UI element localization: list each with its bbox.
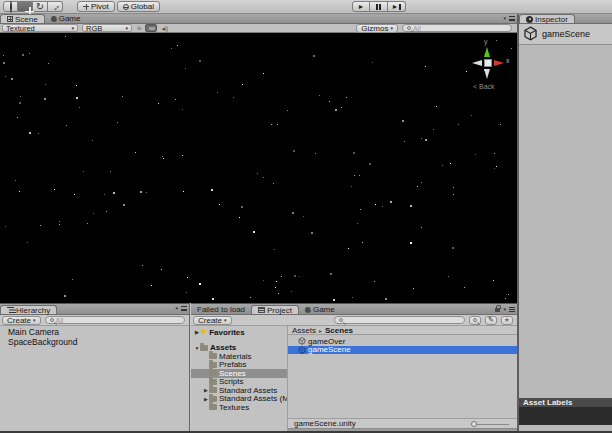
render-mode-dropdown[interactable]: Textured ▾ [2,24,78,32]
render-overlay-toggle-icon[interactable] [145,24,157,32]
tree-item-prefabs[interactable]: Prefabs [191,361,287,370]
tab-game[interactable]: Game [45,14,87,23]
star [142,265,143,266]
star [177,45,178,46]
global-toggle-button[interactable]: Global [117,1,160,12]
star [76,85,77,86]
tab-failed-to-load[interactable]: Failed to load [191,305,251,314]
panel-menu-icon[interactable] [509,307,515,312]
star [158,103,159,104]
audio-toggle-icon[interactable]: ◄) [160,25,167,32]
breadcrumb-separator-icon: ▸ [319,327,322,334]
scene-orientation-gizmo[interactable]: y x < Back [467,45,511,99]
tree-item-favorites[interactable]: ▶★Favorites [191,328,287,337]
star [93,213,94,214]
render-mode-value: Textured [6,24,35,33]
pause-button[interactable] [370,1,388,12]
tab-project[interactable]: Project [251,305,299,314]
tree-item-scripts[interactable]: Scripts [191,378,287,387]
tree-item-scenes[interactable]: Scenes [191,369,287,378]
step-button[interactable]: ► [388,1,406,12]
star [505,298,506,299]
hierarchy-item-main-camera[interactable]: Main Camera [0,327,189,337]
filter-by-label-button[interactable]: ✎ [485,316,497,325]
chevron-down-icon: ▾ [125,26,128,31]
gizmo-center-cube[interactable] [484,59,492,67]
gizmos-dropdown-button[interactable]: Gizmos ▾ [356,24,398,33]
breadcrumb-item[interactable]: Assets [292,326,316,335]
hierarchy-list: Main CameraSpaceBackground [0,326,189,433]
tab-game[interactable]: Game [299,305,341,314]
play-button[interactable]: ► [352,1,370,12]
gizmo-x-axis-label: x [506,57,510,64]
rotate-tool-button[interactable]: ↻ [33,1,48,12]
star [292,212,294,214]
tab-inspector[interactable]: Inspector [519,14,575,23]
filter-by-type-button[interactable] [469,316,481,325]
panel-dropdown-icon[interactable]: ▾ [503,16,506,21]
thumbnail-size-slider[interactable] [471,424,509,425]
star [241,206,243,208]
file-item-gameScene[interactable]: gameScene [288,346,517,355]
tree-item-textures[interactable]: Textures [191,403,287,412]
star [354,175,355,176]
tab-scene[interactable]: Scene [0,14,45,23]
resize-strip[interactable] [288,428,517,433]
gizmo-y-axis-cone[interactable] [484,47,490,57]
hierarchy-icon [7,307,14,313]
star [199,283,201,285]
tab-hierarchy[interactable]: Hierarchy [0,305,57,314]
star [291,291,292,292]
color-mode-dropdown[interactable]: RGB ▾ [82,24,132,32]
scene-search-input[interactable]: All [402,24,512,32]
hierarchy-search-input[interactable]: All [45,316,185,324]
star [276,281,277,282]
hierarchy-create-button[interactable]: Create ▾ [2,316,41,325]
move-tool-button[interactable] [18,1,33,12]
panel-menu-icon[interactable] [509,16,515,21]
file-item-gameOver[interactable]: gameOver [288,337,517,346]
tree-item-standard-assets[interactable]: ▶Standard Assets [191,386,287,395]
star [182,109,183,110]
gizmos-label: Gizmos [361,24,388,33]
star [163,158,164,159]
panel-menu-icon[interactable] [181,306,187,311]
create-label: Create [198,316,222,325]
gizmo-left-cone[interactable] [472,60,482,66]
star [335,109,337,111]
hierarchy-item-spacebackground[interactable]: SpaceBackground [0,337,189,347]
gizmo-back-label[interactable]: < Back [473,83,495,90]
scene-viewport[interactable]: y x < Back [0,33,517,303]
star [219,204,220,205]
asset-labels-header[interactable]: Asset Labels [519,398,612,407]
star [287,110,288,111]
globe-icon [123,4,129,10]
star [311,232,313,234]
panel-dropdown-icon[interactable]: ▾ [175,306,178,311]
star [348,248,349,249]
tree-item-standard-assets-mobile-[interactable]: ▶Standard Assets (Mobile) [191,395,287,404]
gizmo-x-axis-cone[interactable] [494,60,504,66]
hand-tool-button[interactable] [3,1,18,12]
star [450,163,451,164]
search-placeholder: All [413,25,421,32]
scale-tool-button[interactable]: ↔ [48,1,63,12]
star [333,299,335,301]
pivot-toggle-button[interactable]: Pivot [77,1,115,12]
breadcrumb-item[interactable]: Scenes [325,326,353,335]
lock-icon[interactable] [495,308,500,312]
lighting-toggle-icon[interactable]: ☀ [136,25,142,32]
tree-item-assets[interactable]: ▼Assets [191,344,287,353]
star [185,68,186,69]
rotate-tool-icon: ↻ [36,2,44,12]
save-search-button[interactable]: ★ [501,316,513,325]
panel-dropdown-icon[interactable]: ▾ [503,307,506,312]
star [83,171,84,172]
project-search-input[interactable] [334,316,465,324]
slider-knob[interactable] [471,421,477,427]
tree-item-materials[interactable]: Materials [191,352,287,361]
star [329,101,330,102]
star [233,97,234,98]
project-create-button[interactable]: Create ▾ [193,316,232,325]
folder-icon [209,353,217,359]
